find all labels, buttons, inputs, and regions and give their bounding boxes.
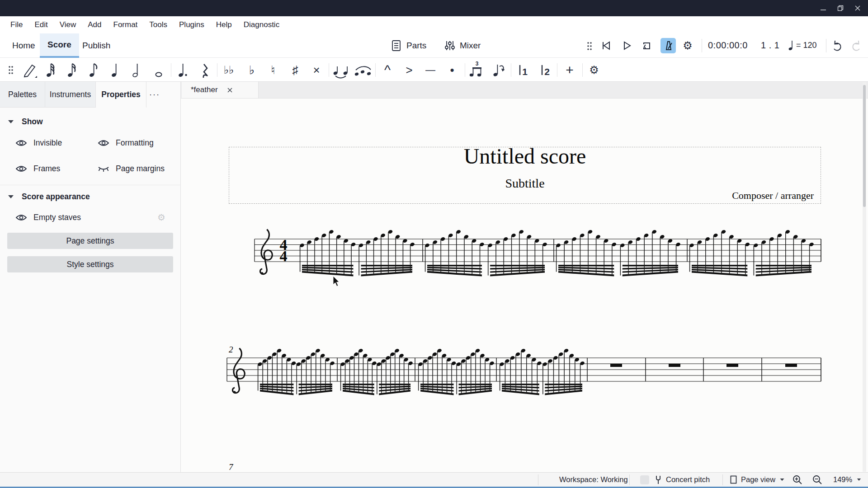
document-tab-strip: *feather [181,82,868,99]
svg-text:2: 2 [544,66,550,77]
vertical-scrollbar[interactable] [863,82,866,472]
menu-help[interactable]: Help [210,16,238,33]
eye-open-icon [15,139,27,147]
voice-2-button[interactable]: 2 [536,61,554,79]
separator [629,474,630,485]
gear-icon[interactable]: ⚙ [682,39,693,52]
note-32nd-button[interactable] [42,61,60,79]
section-show[interactable]: Show [8,117,43,127]
tenuto-button[interactable]: — [421,61,439,79]
tab-publish[interactable]: Publish [75,33,118,58]
style-settings-button[interactable]: Style settings [7,256,173,272]
toggle-empty-staves[interactable]: Empty staves [15,213,81,222]
note-8th-button[interactable] [85,61,103,79]
natural-button[interactable]: ♮ [264,61,282,79]
zoom-level-label: 149% [833,475,852,484]
mixer-button[interactable]: Mixer [444,39,481,52]
tie-button[interactable] [332,61,350,79]
workspace-label: Workspace: Working [559,475,628,484]
parts-button[interactable]: Parts [391,39,426,52]
toggle-page-margins[interactable]: Page margins [98,164,165,174]
zoom-out-button[interactable] [812,473,822,487]
concert-pitch-toggle[interactable]: Concert pitch [655,473,710,487]
accent-button[interactable]: > [400,61,418,79]
undo-icon[interactable] [831,39,843,52]
note-whole-button[interactable] [150,61,168,79]
eye-open-icon [15,214,27,221]
menu-view[interactable]: View [54,16,82,33]
add-button[interactable]: + [561,61,579,79]
tab-score[interactable]: Score [40,33,79,58]
document-tab[interactable]: *feather [182,82,259,98]
scrollbar-thumb[interactable] [863,85,866,207]
score-composer[interactable]: Composer / arranger [229,190,814,202]
zoom-in-button[interactable] [792,473,802,487]
chevron-down-icon [857,479,861,481]
score-title[interactable]: Untitled score [229,144,821,169]
separator [557,63,557,77]
staccato-button[interactable]: • [443,61,461,79]
restore-icon[interactable] [832,0,849,16]
marcato-button[interactable]: ^ [378,61,396,79]
augmentation-dot-button[interactable] [174,61,192,79]
toggle-formatting[interactable]: Formatting [98,138,154,148]
drag-handle[interactable] [584,40,595,52]
redo-icon[interactable] [850,39,862,52]
flat-button[interactable]: ♭ [243,61,261,79]
note-input-pencil[interactable] [20,61,38,79]
double-sharp-button[interactable]: × [307,61,326,79]
close-icon[interactable] [227,87,233,93]
quarter-note-icon [788,39,793,51]
tab-home[interactable]: Home [5,33,43,58]
menu-edit[interactable]: Edit [28,16,53,33]
mixer-label: Mixer [460,41,481,51]
menu-add[interactable]: Add [82,16,107,33]
panel-tab-instruments[interactable]: Instruments [45,82,96,108]
chevron-down-icon [8,195,14,198]
page-settings-button[interactable]: Page settings [7,233,173,249]
section-score-appearance[interactable]: Score appearance [8,192,90,202]
mouse-cursor [333,276,343,287]
view-mode-dropdown[interactable]: Page view [730,473,785,487]
customize-toolbar-gear[interactable]: ⚙ [585,61,603,79]
separator [465,63,465,77]
toggle-invisible[interactable]: Invisible [15,138,62,148]
eye-open-icon [15,165,27,173]
concert-pitch-label: Concert pitch [666,475,710,484]
drag-handle[interactable] [2,61,20,79]
svg-text:2: 2 [229,345,233,354]
zoom-level-dropdown[interactable]: 149% [833,473,862,487]
loop-icon[interactable] [640,39,652,52]
note-16th-button[interactable] [63,61,81,79]
sharp-button[interactable]: ♯ [286,61,304,79]
play-icon[interactable] [620,39,632,52]
menu-file[interactable]: File [5,16,28,33]
rewind-icon[interactable] [600,39,612,52]
quarter-rest-button[interactable] [196,61,214,79]
panel-tab-properties[interactable]: Properties [96,82,146,108]
score-subtitle[interactable]: Subtitle [229,176,821,191]
tuplet-button[interactable]: 3 [468,61,486,79]
menu-diagnostic[interactable]: Diagnostic [238,16,285,33]
separator [217,63,217,77]
panel-tab-palettes[interactable]: Palettes [0,82,45,108]
gear-icon[interactable]: ⚙ [157,212,165,223]
menu-tools[interactable]: Tools [143,16,173,33]
double-flat-button[interactable]: ♭♭ [220,61,238,79]
metronome-icon[interactable] [660,38,676,53]
note-half-button[interactable] [128,61,146,79]
toggle-frames[interactable]: Frames [15,164,60,174]
menu-plugins[interactable]: Plugins [173,16,210,33]
workspace-button[interactable]: Workspace: Working [559,473,628,487]
menu-format[interactable]: Format [108,16,144,33]
slur-button[interactable] [354,61,372,79]
voice-1-button[interactable]: 1 [514,61,532,79]
zoom-in-icon [792,474,802,485]
panel-more-menu[interactable]: ··· [149,90,160,99]
close-icon[interactable] [849,0,866,16]
svg-text:4: 4 [280,248,288,264]
flip-direction-button[interactable] [490,61,508,79]
toggle-label: Page margins [116,164,165,174]
minimize-icon[interactable] [815,0,832,16]
note-quarter-button[interactable] [107,61,125,79]
